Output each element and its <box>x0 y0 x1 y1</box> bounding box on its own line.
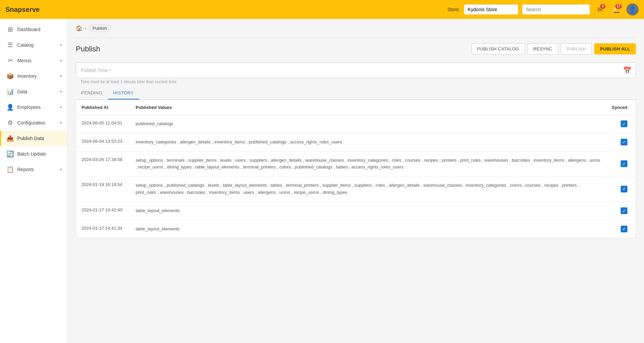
synced-cell: ✓ <box>606 151 636 177</box>
published-values-cell: table_layout_elements <box>130 220 606 238</box>
chevron-configuration-icon: ▾ <box>60 120 62 125</box>
resync-button[interactable]: RESYNC <box>528 43 558 54</box>
employees-icon: 👤 <box>6 104 14 111</box>
published-at-cell: 2024-01-17 14:41:34 <box>76 220 130 238</box>
synced-checkbox-icon: ✓ <box>621 139 627 145</box>
published-values-cell: inventory_categories , allergen_details … <box>130 133 606 151</box>
synced-checkbox-icon: ✓ <box>621 186 627 192</box>
published-at-cell: 2024-01-19 16:18:54 <box>76 177 130 202</box>
sidebar-item-data[interactable]: 📊Data▾ <box>0 84 67 99</box>
tabs: PENDINGHISTORY <box>76 87 636 100</box>
col-published-values: Published Values <box>130 100 606 115</box>
page-title: Publish <box>76 45 472 53</box>
table-row: 2024-06-04 13:53:23inventory_categories … <box>76 133 636 151</box>
sidebar-label-inventory: Inventory <box>17 73 56 79</box>
tab-pending[interactable]: PENDING <box>76 87 108 99</box>
sidebar-item-dashboard[interactable]: ⊞Dashboard <box>0 22 67 37</box>
sidebar-item-reports[interactable]: 📋Reports▾ <box>0 162 67 177</box>
data-icon: 📊 <box>6 88 14 95</box>
sidebar-label-dashboard: Dashboard <box>17 27 62 32</box>
published-at-cell: 2024-01-17 14:42:40 <box>76 202 130 220</box>
store-label: Store: <box>447 7 460 12</box>
breadcrumb: 🏠 › Publish <box>76 24 636 32</box>
published-at-cell: 2024-06-05 11:04:51 <box>76 115 130 133</box>
sidebar-label-menus: Menus <box>17 58 56 63</box>
topbar: Snapserve Store: ✉ 4 🔔 17 👤 <box>0 0 644 19</box>
mail-button[interactable]: ✉ 4 <box>594 3 606 16</box>
synced-checkbox-icon: ✓ <box>621 120 627 127</box>
sidebar-label-configuration: Configuration <box>17 120 56 125</box>
published-values-cell: setup_options , published_catalogs , lev… <box>130 177 606 202</box>
sidebar-label-reports: Reports <box>17 167 56 172</box>
synced-cell: ✓ <box>606 133 636 151</box>
table-body: 2024-06-05 11:04:51published_catalogs✓20… <box>76 115 636 238</box>
page-header: Publish PUBLISH CATALOG RESYNC PUBLISH P… <box>76 43 636 54</box>
published-values-cell: table_layout_elements <box>130 202 606 220</box>
person-icon: 👤 <box>628 5 637 14</box>
table-row: 2024-06-05 11:04:51published_catalogs✓ <box>76 115 636 133</box>
sidebar-label-data: Data <box>17 89 56 94</box>
sidebar-item-configuration[interactable]: ⚙Configuration▾ <box>0 115 67 131</box>
sidebar-label-publish-data: Publish Data <box>17 136 62 141</box>
chevron-employees-icon: ▾ <box>60 105 62 110</box>
reports-icon: 📋 <box>6 166 14 173</box>
synced-checkbox-icon: ✓ <box>621 160 627 167</box>
table-row: 2024-01-17 14:41:34table_layout_elements… <box>76 220 636 238</box>
menus-icon: ✂ <box>6 57 14 64</box>
mail-badge: 4 <box>600 4 605 9</box>
dashboard-icon: ⊞ <box>6 26 14 33</box>
publish-button[interactable]: PUBLISH <box>561 43 592 54</box>
tab-history[interactable]: HISTORY <box>108 87 139 99</box>
sidebar-item-menus[interactable]: ✂Menus▾ <box>0 53 67 68</box>
notif-badge: 17 <box>615 4 622 9</box>
chevron-reports-icon: ▾ <box>60 167 62 172</box>
sidebar-item-publish-data[interactable]: 📤Publish Data <box>0 131 67 146</box>
table-row: 2024-03-26 17:38:58setup_options , termi… <box>76 151 636 177</box>
inventory-icon: 📦 <box>6 72 14 80</box>
publish-catalog-button[interactable]: PUBLISH CATALOG <box>472 43 525 54</box>
publish-history-table: Published At Published Values Synced 202… <box>76 100 636 238</box>
divider <box>76 38 636 38</box>
configuration-icon: ⚙ <box>6 119 14 127</box>
synced-cell: ✓ <box>606 220 636 238</box>
store-input[interactable] <box>464 4 518 15</box>
synced-cell: ✓ <box>606 202 636 220</box>
sidebar-item-batch-update[interactable]: 🔄Batch Update <box>0 146 67 162</box>
publish-time-input[interactable] <box>76 63 636 78</box>
synced-cell: ✓ <box>606 177 636 202</box>
table-container: Published At Published Values Synced 202… <box>76 100 636 238</box>
col-synced: Synced <box>606 100 636 115</box>
home-breadcrumb[interactable]: 🏠 <box>76 25 83 31</box>
chevron-inventory-icon: ▾ <box>60 74 62 78</box>
search-input[interactable] <box>522 4 590 15</box>
sidebar-item-catalog[interactable]: ☰Catalog▾ <box>0 37 67 53</box>
topbar-right: Store: ✉ 4 🔔 17 👤 <box>447 3 639 16</box>
sidebar: ⊞Dashboard☰Catalog▾✂Menus▾📦Inventory▾📊Da… <box>0 19 68 343</box>
header-actions: PUBLISH CATALOG RESYNC PUBLISH PUBLISH A… <box>472 43 636 54</box>
sidebar-item-employees[interactable]: 👤Employees▾ <box>0 99 67 115</box>
sidebar-label-catalog: Catalog <box>17 42 56 48</box>
synced-checkbox-icon: ✓ <box>621 226 627 232</box>
table-row: 2024-01-17 14:42:40table_layout_elements… <box>76 202 636 220</box>
synced-checkbox-icon: ✓ <box>621 207 627 214</box>
col-published-at: Published At <box>76 100 130 115</box>
published-values-cell: setup_options , terminals , supplier_ite… <box>130 151 606 177</box>
calendar-icon[interactable]: 📅 <box>623 66 631 74</box>
published-at-cell: 2024-03-26 17:38:58 <box>76 151 130 177</box>
sidebar-label-batch-update: Batch Update <box>17 151 62 157</box>
sidebar-item-inventory[interactable]: 📦Inventory▾ <box>0 68 67 84</box>
layout: ⊞Dashboard☰Catalog▾✂Menus▾📦Inventory▾📊Da… <box>0 19 644 343</box>
table-header: Published At Published Values Synced <box>76 100 636 115</box>
table-row: 2024-01-19 16:18:54setup_options , publi… <box>76 177 636 202</box>
sidebar-label-employees: Employees <box>17 105 56 110</box>
notifications-button[interactable]: 🔔 17 <box>610 3 622 16</box>
breadcrumb-current: Publish <box>88 24 112 32</box>
publish-all-button[interactable]: PUBLISH ALL <box>594 43 636 54</box>
published-values-cell: published_catalogs <box>130 115 606 133</box>
publish-time-section: 📅 <box>76 63 636 78</box>
published-at-cell: 2024-06-04 13:53:23 <box>76 133 130 151</box>
catalog-icon: ☰ <box>6 41 14 49</box>
publish-data-icon: 📤 <box>6 135 14 142</box>
avatar-button[interactable]: 👤 <box>626 3 639 16</box>
breadcrumb-separator: › <box>85 26 86 31</box>
